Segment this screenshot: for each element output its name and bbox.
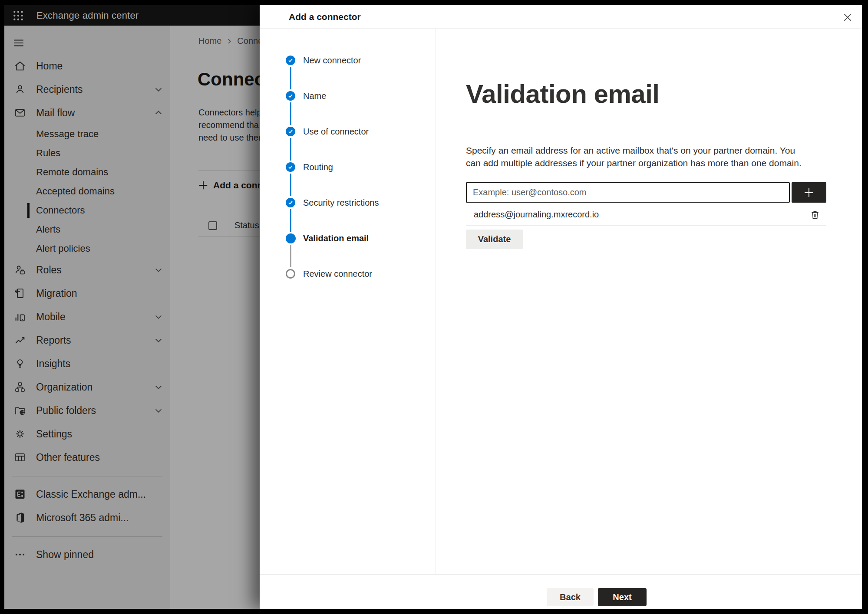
- wizard-step-new-connector[interactable]: New connector: [286, 56, 435, 91]
- email-address-row: address@journaling.mxrecord.io: [466, 204, 826, 226]
- step-check-icon: [286, 162, 295, 172]
- wizard-step-security-restrictions[interactable]: Security restrictions: [286, 198, 435, 233]
- step-check-icon: [286, 56, 295, 65]
- screen: Exchange admin center Home Recipients: [4, 5, 862, 609]
- wizard-step-review-connector[interactable]: Review connector: [286, 269, 435, 305]
- step-upcoming-dot: [286, 269, 295, 279]
- wizard-step-routing[interactable]: Routing: [286, 162, 435, 198]
- panel-footer: Back Next: [260, 574, 862, 609]
- step-current-dot: [286, 233, 296, 243]
- step-description: Specify an email address for an active m…: [466, 144, 809, 169]
- wizard-steps: New connector Name Use of connector Rout…: [260, 29, 436, 574]
- add-email-button[interactable]: [792, 182, 826, 203]
- next-button[interactable]: Next: [598, 588, 647, 606]
- panel-body: New connector Name Use of connector Rout…: [260, 29, 862, 574]
- email-input-row: [466, 182, 826, 203]
- email-input[interactable]: [466, 182, 790, 203]
- step-check-icon: [286, 127, 295, 136]
- step-check-icon: [286, 198, 295, 207]
- wizard-step-validation-email[interactable]: Validation email: [286, 233, 435, 269]
- wizard-step-use-of-connector[interactable]: Use of connector: [286, 127, 435, 162]
- delete-email-button[interactable]: [807, 207, 823, 223]
- panel-title: Add a connector: [289, 12, 361, 22]
- trash-icon: [809, 209, 821, 220]
- panel-header: Add a connector: [260, 5, 862, 29]
- step-check-icon: [286, 91, 295, 101]
- plus-icon: [802, 186, 815, 199]
- add-connector-panel: Add a connector New connector Name: [260, 5, 862, 609]
- validate-button[interactable]: Validate: [466, 230, 523, 249]
- close-icon[interactable]: [840, 10, 855, 25]
- back-button[interactable]: Back: [547, 588, 594, 606]
- wizard-step-name[interactable]: Name: [286, 91, 435, 127]
- step-heading: Validation email: [466, 79, 660, 109]
- email-address: address@journaling.mxrecord.io: [474, 210, 599, 220]
- validation-email-step-content: Validation email Specify an email addres…: [436, 29, 862, 574]
